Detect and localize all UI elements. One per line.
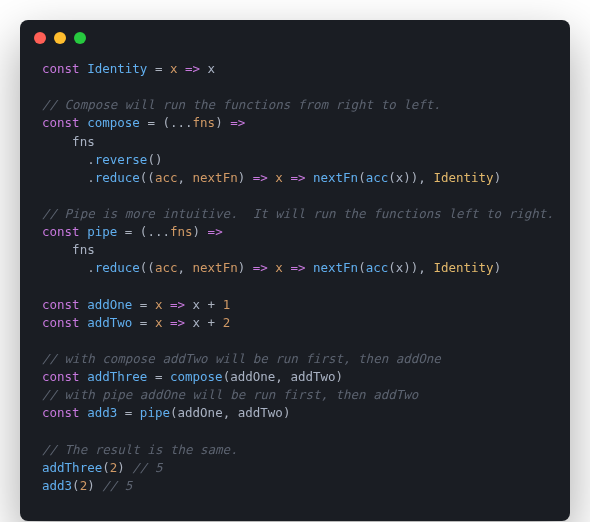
identifier-pipe: pipe bbox=[87, 224, 117, 239]
comment-pipe: // Pipe is more intuitive. It will run t… bbox=[42, 206, 554, 221]
keyword-const: const bbox=[42, 61, 80, 76]
identifier-addthree: addThree bbox=[87, 369, 147, 384]
comment-compose-order: // with compose addTwo will be run first… bbox=[42, 351, 441, 366]
identifier-addone: addOne bbox=[87, 297, 132, 312]
identifier-addtwo: addTwo bbox=[87, 315, 132, 330]
minimize-icon[interactable] bbox=[54, 32, 66, 44]
comment-compose: // Compose will run the functions from r… bbox=[42, 97, 441, 112]
close-icon[interactable] bbox=[34, 32, 46, 44]
window-titlebar bbox=[20, 20, 570, 50]
identifier-identity: Identity bbox=[87, 61, 147, 76]
comment-result: // The result is the same. bbox=[42, 442, 238, 457]
identifier-add3: add3 bbox=[87, 405, 117, 420]
code-block: const Identity = x => x // Compose will … bbox=[20, 50, 570, 521]
identifier-compose: compose bbox=[87, 115, 140, 130]
maximize-icon[interactable] bbox=[74, 32, 86, 44]
code-window: const Identity = x => x // Compose will … bbox=[20, 20, 570, 521]
comment-pipe-order: // with pipe addOne will be run first, t… bbox=[42, 387, 418, 402]
